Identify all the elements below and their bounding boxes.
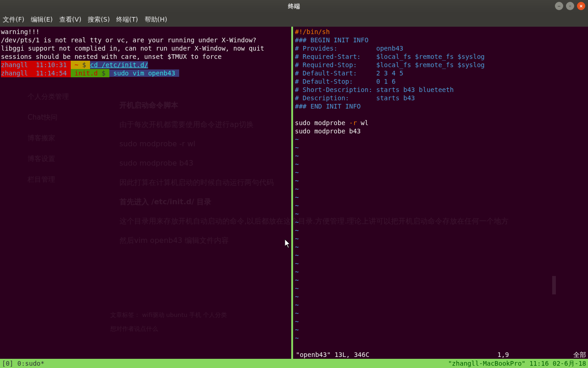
vim-line: # Default-Stop: 0 1 6 <box>295 78 396 85</box>
menu-search[interactable]: 搜索(S) <box>88 16 110 24</box>
window-title: 终端 <box>288 2 300 11</box>
prompt-command: cd /etc/init.d/ <box>90 61 148 69</box>
vim-tilde: ~ <box>295 169 299 176</box>
terminal-area[interactable]: 个人分类管理 Chat快问 博客搬家 博客设置 栏目管理 开机启动命令脚本 由于… <box>0 27 588 368</box>
vim-tilde: ~ <box>295 152 299 160</box>
terminal-line: warning!!! <box>1 28 40 35</box>
prompt-user: zhangll <box>1 69 32 77</box>
close-button[interactable]: × <box>577 2 585 10</box>
tmux-right-pane[interactable]: #!/bin/sh ### BEGIN INIT INFO # Provides… <box>294 27 588 359</box>
vim-status-percent: 全部 <box>573 351 586 359</box>
prompt-command: sudo vim openb43 <box>109 69 179 77</box>
vim-tilde: ~ <box>295 227 299 234</box>
tmux-status-right: "zhangll-MacBookPro" 11:16 02-6月-18 <box>448 359 586 368</box>
window-controls: – ▫ × <box>555 2 585 10</box>
menu-view[interactable]: 查看(V) <box>59 16 82 24</box>
vim-line: ### BEGIN INIT INFO <box>295 36 368 44</box>
menu-help[interactable]: 帮助(H) <box>145 16 167 24</box>
vim-line: # Description: starts b43 <box>295 94 415 102</box>
vim-tilde: ~ <box>295 177 299 184</box>
prompt-dir: init.d $ <box>71 69 109 77</box>
vim-tilde: ~ <box>295 235 299 242</box>
vim-tilde: ~ <box>295 310 299 317</box>
vim-tilde: ~ <box>295 185 299 193</box>
minimize-button[interactable]: – <box>555 2 563 10</box>
vim-tilde: ~ <box>295 301 299 309</box>
vim-line <box>295 111 299 118</box>
tmux-left-pane[interactable]: warning!!! /dev/pts/1 is not real tty or… <box>0 27 291 359</box>
vim-tilde: ~ <box>295 252 299 259</box>
vim-tilde: ~ <box>295 194 299 201</box>
vim-tilde: ~ <box>295 218 299 226</box>
vim-line: #!/bin/sh <box>295 28 330 35</box>
prompt-time: 11:14:54 <box>32 69 70 77</box>
vim-status-position: 1,9 <box>369 351 573 359</box>
vim-line: sudo modprobe b43 <box>295 127 361 135</box>
maximize-button[interactable]: ▫ <box>566 2 574 10</box>
menu-file[interactable]: 文件(F) <box>3 16 24 24</box>
vim-tilde: ~ <box>295 202 299 209</box>
prompt-time: 11:10:31 <box>32 61 70 69</box>
vim-tilde: ~ <box>295 243 299 251</box>
prompt-dir: ~ $ <box>71 61 90 69</box>
vim-tilde: ~ <box>295 326 299 334</box>
vim-status-file: "openb43" 13L, 346C <box>296 351 369 359</box>
tmux-status-bar[interactable]: [0] 0:sudo* "zhangll-MacBookPro" 11:16 0… <box>0 359 588 368</box>
titlebar: 终端 – ▫ × <box>0 0 588 13</box>
vim-tilde: ~ <box>295 268 299 276</box>
terminal-line: sessions should be nested with care, uns… <box>1 53 221 60</box>
vim-tilde: ~ <box>295 260 299 267</box>
vim-line: ### END INIT INFO <box>295 103 361 110</box>
menu-edit[interactable]: 编辑(E) <box>31 16 53 24</box>
terminal-line: libggi support not complied in, can not … <box>1 45 264 52</box>
menubar: 文件(F) 编辑(E) 查看(V) 搜索(S) 终端(T) 帮助(H) <box>0 13 588 27</box>
vim-tilde: ~ <box>295 161 299 168</box>
vim-line: # Provides: openb43 <box>295 45 403 52</box>
vim-tilde: ~ <box>295 334 299 342</box>
vim-line: # Required-Start: $local_fs $remote_fs $… <box>295 53 485 60</box>
terminal-line: /dev/pts/1 is not real tty or vc, are yo… <box>1 36 256 44</box>
tmux-pane-divider[interactable] <box>291 27 293 359</box>
menu-terminal[interactable]: 终端(T) <box>116 16 138 24</box>
vim-line: # Short-Description: starts b43 blueteet… <box>295 86 454 93</box>
vim-line: sudo modprobe -r wl <box>295 119 368 126</box>
vim-tilde: ~ <box>295 318 299 325</box>
vim-tilde: ~ <box>295 293 299 300</box>
vim-tilde: ~ <box>295 136 299 143</box>
vim-status-line: "openb43" 13L, 346C 1,9 全部 <box>294 351 588 359</box>
vim-line: # Required-Stop: $local_fs $remote_fs $s… <box>295 61 485 69</box>
vim-tilde: ~ <box>295 276 299 284</box>
vim-tilde: ~ <box>295 210 299 218</box>
tmux-status-left: [0] 0:sudo* <box>2 359 45 368</box>
vim-tilde: ~ <box>295 144 299 151</box>
vim-tilde: ~ <box>295 285 299 292</box>
vim-line: # Default-Start: 2 3 4 5 <box>295 69 403 77</box>
prompt-user: zhangll <box>1 61 32 69</box>
